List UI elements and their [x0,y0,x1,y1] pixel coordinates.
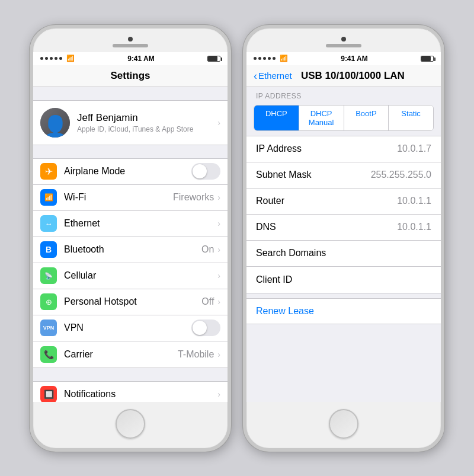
signal-dot3 [50,57,53,60]
system-settings-group: 🔲 Notifications › ⊞ Control Center › ☽ D… [33,381,228,402]
signal-dot-d [268,57,271,60]
time-display-2: 9:41 AM [341,55,368,63]
subnet-mask-label: Subnet Mask [256,170,311,180]
profile-chevron: › [217,118,220,127]
bluetooth-value: On [201,244,214,255]
phone-screen-2: 📶 9:41 AM ‹ Ethernet USB 10/100/1000 LAN… [246,52,441,402]
vpn-row[interactable]: VPN VPN [33,315,228,341]
wifi-icon: 📶 [66,55,75,62]
phone-top-2 [246,28,441,52]
ip-address-row: IP Address 10.0.1.7 [246,136,441,162]
signal-area-2: 📶 [254,55,288,62]
ethernet-details-group: IP Address 10.0.1.7 Subnet Mask 255.255.… [246,136,441,293]
speaker-grille [113,44,148,47]
notifications-label: Notifications [64,389,217,400]
profile-row[interactable]: 👤 Jeff Benjamin Apple ID, iCloud, iTunes… [33,100,228,145]
airplane-toggle-thumb [193,164,207,178]
ip-address-label: IP Address [256,143,302,154]
dns-label: DNS [256,222,276,232]
notifications-row[interactable]: 🔲 Notifications › [33,382,228,402]
router-value: 10.0.1.1 [397,196,431,206]
airplane-toggle[interactable] [191,163,220,180]
settings-content[interactable]: 👤 Jeff Benjamin Apple ID, iCloud, iTunes… [33,87,228,402]
renew-section[interactable]: Renew Lease [246,298,441,324]
signal-dot-e [273,57,276,60]
dns-row: DNS 10.0.1.1 [246,215,441,241]
subnet-mask-value: 255.255.255.0 [371,170,431,180]
vpn-toggle[interactable] [191,320,220,336]
cellular-row[interactable]: 📡 Cellular › [33,263,228,289]
segment-dhcp-manual[interactable]: DHCP Manual [299,106,344,130]
carrier-icon: 📞 [40,346,57,363]
hotspot-icon: ⊕ [40,293,57,310]
ethernet-label: Ethernet [64,218,217,229]
wifi-value: Fireworks [173,192,214,203]
profile-subtitle: Apple ID, iCloud, iTunes & App Store [77,125,217,133]
ethernet-content[interactable]: IP ADDRESS DHCP DHCP Manual BootP Static… [246,87,441,402]
camera-dot [128,37,133,41]
segment-control[interactable]: DHCP DHCP Manual BootP Static [254,105,434,131]
vpn-icon: VPN [40,320,57,336]
battery-icon-2 [421,56,434,62]
wifi-label: Wi-Fi [64,192,173,203]
wifi-icon-2: 📶 [280,55,288,62]
search-domains-label: Search Domains [256,248,326,258]
phone-top-1 [33,28,228,52]
cellular-chevron: › [217,271,220,280]
battery-fill-2 [421,56,431,61]
client-id-row[interactable]: Client ID [246,267,441,293]
airplane-mode-row[interactable]: ✈ Airplane Mode [33,159,228,185]
ip-address-value: 10.0.1.7 [397,143,431,154]
bluetooth-row[interactable]: B Bluetooth On › [33,237,228,263]
vpn-toggle-thumb [193,321,207,335]
subnet-mask-row: Subnet Mask 255.255.255.0 [246,162,441,189]
avatar: 👤 [40,108,70,138]
carrier-value: T-Mobile [178,349,214,360]
carrier-row[interactable]: 📞 Carrier T-Mobile › [33,341,228,368]
ethernet-row[interactable]: ↔ Ethernet › [33,211,228,237]
signal-dot4 [55,57,57,60]
back-button[interactable]: ‹ Ethernet [254,71,301,81]
profile-name: Jeff Benjamin [77,112,217,124]
search-domains-row[interactable]: Search Domains [246,241,441,267]
wifi-row[interactable]: 📶 Wi-Fi Fireworks › [33,185,228,211]
phone-bottom-2 [246,402,441,448]
vpn-label: VPN [64,322,191,333]
status-bar-1: 📶 9:41 AM [33,52,228,65]
time-display-1: 9:41 AM [127,55,155,63]
client-id-label: Client ID [256,274,292,285]
hotspot-value: Off [201,296,214,307]
signal-dot1 [40,57,43,60]
renew-lease-button[interactable]: Renew Lease [246,299,441,324]
signal-dot-b [258,57,261,60]
segment-dhcp[interactable]: DHCP [254,106,299,130]
phone-2: 📶 9:41 AM ‹ Ethernet USB 10/100/1000 LAN… [243,25,444,452]
cellular-icon: 📡 [40,267,57,284]
router-label: Router [256,196,284,206]
phone-1: 📶 9:41 AM Settings 👤 [30,25,231,452]
home-button-2[interactable] [329,409,358,439]
network-settings-group: ✈ Airplane Mode 📶 Wi-Fi Fireworks › ↔ Et [33,158,228,368]
router-row: Router 10.0.1.1 [246,189,441,215]
signal-dot-a [254,57,257,60]
carrier-label: Carrier [64,349,178,360]
ip-section-header: IP ADDRESS [246,87,441,103]
hotspot-row[interactable]: ⊕ Personal Hotspot Off › [33,289,228,315]
cellular-label: Cellular [64,270,217,281]
wifi-chevron: › [217,193,220,202]
bluetooth-label: Bluetooth [64,244,201,255]
home-button-1[interactable] [116,409,145,439]
battery-area-1 [207,56,220,62]
ethernet-icon: ↔ [40,215,57,232]
ethernet-title: USB 10/100/1000 LAN [301,70,434,82]
ethernet-chevron: › [217,219,220,228]
section-gap-top [33,87,228,100]
segment-static[interactable]: Static [389,106,433,130]
wifi-icon-row: 📶 [40,189,57,206]
segment-bootp[interactable]: BootP [344,106,389,130]
airplane-label: Airplane Mode [64,166,191,177]
camera-dot-2 [341,37,346,41]
speaker-grille-2 [326,44,361,47]
status-bar-2: 📶 9:41 AM [246,52,441,65]
profile-info: Jeff Benjamin Apple ID, iCloud, iTunes &… [77,112,217,133]
